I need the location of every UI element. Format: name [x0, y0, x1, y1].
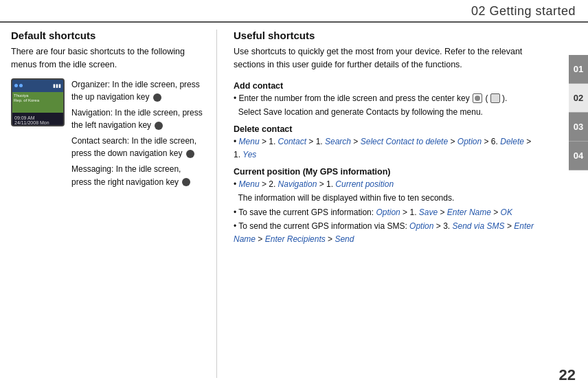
- default-shortcuts-title: Default shortcuts: [11, 30, 203, 41]
- tab-04[interactable]: 04: [569, 142, 588, 170]
- page-header: 02 Getting started: [0, 0, 588, 23]
- add-contact-body: • Enter the number from the idle screen …: [234, 92, 540, 119]
- current-position-line4: • To send the current GPS information vi…: [234, 220, 540, 246]
- shortcut-navigation-text: Navigation: In the idle screen, press th…: [71, 107, 203, 132]
- useful-shortcuts-title: Useful shortcuts: [234, 30, 540, 41]
- screen-time: 09:09 AM24/11/2008 Mon: [14, 115, 49, 125]
- left-nav-key: [155, 122, 163, 130]
- screen-icons: [14, 84, 23, 87]
- shortcut-messaging: Messaging: In the idle screen, press the…: [71, 163, 203, 188]
- shortcut-messaging-text: Messaging: In the idle screen, press the…: [71, 163, 203, 188]
- delete-contact-body: • Menu > 1. Contact > 1. Search > Select…: [234, 135, 540, 161]
- screen-icon-2: [19, 84, 23, 87]
- enter-name-link1: Enter Name: [447, 208, 491, 217]
- option-link2: Option: [376, 208, 400, 217]
- shortcut-contact-search: Contact search: In the idle screen, pres…: [71, 135, 203, 160]
- center-key-icon2: [490, 93, 500, 103]
- navigation-link: Navigation: [278, 179, 317, 189]
- default-shortcuts-intro: There are four basic shortcuts to the fo…: [11, 45, 203, 71]
- add-contact-line2: Select Save location and generate Contac…: [234, 106, 540, 119]
- screen-signal: ▮▮▮: [53, 83, 61, 89]
- delete-link: Delete: [500, 137, 524, 146]
- add-contact-title: Add contact: [234, 81, 540, 91]
- menu-link: Menu: [239, 137, 260, 146]
- screen-bottom-bar: 09:09 AM24/11/2008 Mon: [12, 113, 63, 126]
- current-position-body: • Menu > 2. Navigation > 1. Current posi…: [234, 178, 540, 246]
- delete-contact-title: Delete contact: [234, 124, 540, 134]
- shortcut-organizer-text: Organizer: In the idle screen, press the…: [71, 78, 203, 104]
- useful-shortcuts-intro: Use shortcuts to quickly get the most fr…: [234, 45, 540, 71]
- delete-contact-line1: • Menu > 1. Contact > 1. Search > Select…: [234, 135, 540, 161]
- ok-link: OK: [501, 208, 512, 217]
- shortcut-list: Organizer: In the idle screen, press the…: [71, 78, 203, 192]
- shortcut-organizer: Organizer: In the idle screen, press the…: [71, 78, 203, 104]
- add-contact-section: Add contact • Enter the number from the …: [234, 81, 540, 119]
- tab-03[interactable]: 03: [569, 113, 588, 142]
- screen-icon-1: [14, 84, 18, 87]
- device-container: ▮▮▮ ThuoiyaRep. of Korea 09:09 AM24/11/2…: [11, 78, 203, 192]
- right-nav-key: [182, 178, 190, 186]
- save-link: Save: [419, 208, 438, 217]
- current-position-line2: The information will be displayed within…: [234, 192, 540, 205]
- menu-link2: Menu: [239, 179, 260, 189]
- down-nav-key: [186, 150, 194, 158]
- side-tabs: 01 02 03 04: [569, 55, 588, 170]
- send-via-sms-link: Send via SMS: [453, 221, 505, 231]
- shortcut-contact-search-text: Contact search: In the idle screen, pres…: [71, 135, 203, 160]
- device-screen: ▮▮▮ ThuoiyaRep. of Korea 09:09 AM24/11/2…: [11, 78, 65, 126]
- current-position-section: Current position (My GPS information) • …: [234, 167, 540, 246]
- screen-map: ThuoiyaRep. of Korea: [12, 92, 63, 113]
- send-link: Send: [335, 234, 354, 244]
- shortcut-navigation: Navigation: In the idle screen, press th…: [71, 107, 203, 132]
- current-position-line3: • To save the current GPS information: O…: [234, 206, 540, 219]
- option-link3: Option: [409, 221, 433, 231]
- contact-link: Contact: [278, 137, 306, 146]
- option-link1: Option: [457, 137, 482, 146]
- delete-contact-section: Delete contact • Menu > 1. Contact > 1. …: [234, 124, 540, 161]
- add-contact-line1: • Enter the number from the idle screen …: [234, 92, 540, 105]
- yes-link: Yes: [242, 150, 256, 159]
- map-location-text: ThuoiyaRep. of Korea: [14, 93, 39, 104]
- select-contact-link: Select Contact to delete: [361, 137, 448, 146]
- main-content: Default shortcuts There are four basic s…: [0, 23, 588, 385]
- enter-recipients-link: Enter Recipients: [265, 234, 326, 244]
- page-number: 22: [559, 366, 576, 384]
- center-key-icon: [473, 93, 482, 103]
- current-position-title: Current position (My GPS information): [234, 167, 540, 177]
- left-column: Default shortcuts There are four basic s…: [11, 30, 217, 378]
- tab-01[interactable]: 01: [569, 55, 588, 84]
- screen-top-bar: ▮▮▮: [12, 80, 63, 92]
- header-title: 02 Getting started: [471, 4, 576, 19]
- right-column: Useful shortcuts Use shortcuts to quickl…: [217, 30, 561, 378]
- up-nav-key: [153, 93, 161, 102]
- search-link: Search: [325, 137, 351, 146]
- current-position-link: Current position: [335, 179, 394, 189]
- tab-02[interactable]: 02: [569, 84, 588, 113]
- current-position-line1: • Menu > 2. Navigation > 1. Current posi…: [234, 178, 540, 191]
